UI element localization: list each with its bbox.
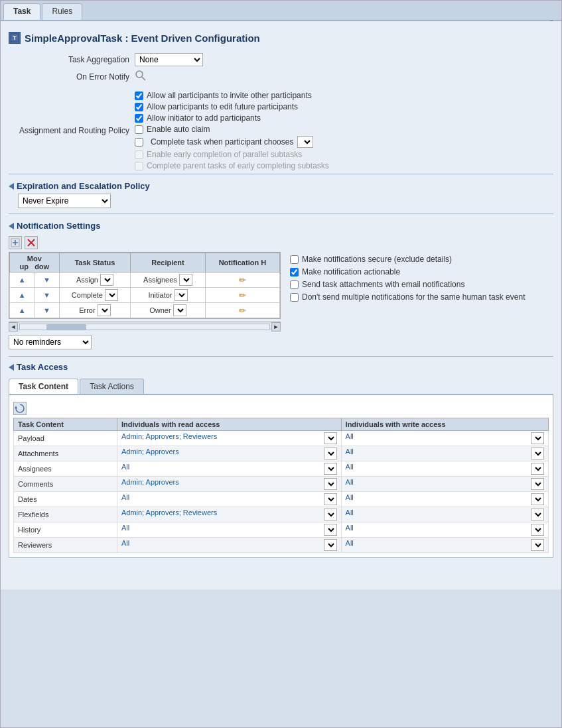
make-secure-checkbox[interactable] bbox=[290, 255, 299, 264]
row-read-select-0[interactable] bbox=[324, 432, 337, 444]
row-read-select-1[interactable] bbox=[324, 448, 337, 459]
row-write-label-6: All bbox=[346, 524, 354, 532]
row1-status-select[interactable] bbox=[100, 274, 113, 286]
allow-edit-future-label: Allow participants to edit future partic… bbox=[147, 102, 298, 111]
row-write-select-2[interactable] bbox=[531, 463, 544, 475]
row1-up: ▲ bbox=[10, 273, 35, 288]
row3-recipient-select[interactable] bbox=[173, 304, 186, 316]
make-actionable-checkbox[interactable] bbox=[290, 268, 299, 276]
row-read-label-7: All bbox=[121, 539, 129, 547]
row1-down: ▼ bbox=[35, 273, 59, 288]
scroll-left-button[interactable]: ◄ bbox=[9, 322, 18, 332]
allow-invite-label: Allow all participants to invite other p… bbox=[147, 91, 312, 100]
row-read-select-3[interactable] bbox=[324, 478, 337, 490]
table-row: Reviewers All All bbox=[14, 538, 549, 553]
row-read-2: All bbox=[117, 461, 341, 477]
row2-status-label: Complete bbox=[72, 291, 103, 299]
notification-delete-button[interactable] bbox=[25, 236, 38, 249]
row-read-3: Admin; Approvers bbox=[117, 477, 341, 492]
tab-task-content[interactable]: Task Content bbox=[9, 379, 78, 394]
table-row: Attachments Admin; Approvers All bbox=[14, 446, 549, 461]
row2-move-up-button[interactable]: ▲ bbox=[18, 291, 27, 299]
row1-recipient-label: Assignees bbox=[143, 276, 177, 284]
no-multiple-notif-checkbox[interactable] bbox=[290, 293, 299, 302]
th-read-access: Individuals with read access bbox=[117, 418, 341, 431]
row-read-label-1: Admin; Approvers bbox=[121, 448, 179, 455]
enable-auto-claim-label: Enable auto claim bbox=[147, 125, 210, 134]
th-notification-h: Notification H bbox=[205, 253, 279, 273]
enable-auto-claim-checkbox[interactable] bbox=[135, 125, 143, 134]
table-row: ▲ ▼ Complete Initiator bbox=[10, 288, 280, 303]
row2-recipient-label: Initiator bbox=[148, 291, 172, 299]
task-aggregation-select[interactable]: None Once per task Once per user bbox=[135, 53, 203, 66]
allow-invite-checkbox[interactable] bbox=[135, 91, 143, 100]
allow-initiator-row: Allow initiator to add participants bbox=[135, 113, 329, 123]
row-read-6: All bbox=[117, 522, 341, 538]
complete-task-when-checkbox[interactable] bbox=[135, 138, 143, 147]
reminders-select[interactable]: No reminders One reminder Multiple remin… bbox=[9, 335, 92, 349]
row-write-select-4[interactable] bbox=[531, 493, 544, 505]
row-write-6: All bbox=[341, 522, 548, 538]
row3-move-up-button[interactable]: ▲ bbox=[18, 306, 27, 314]
row-write-select-7[interactable] bbox=[531, 539, 544, 551]
table-row: ▲ ▼ Error Owner bbox=[10, 303, 280, 318]
enable-early-completion-checkbox[interactable] bbox=[135, 151, 143, 159]
row-write-select-6[interactable] bbox=[531, 524, 544, 536]
row-write-select-0[interactable] bbox=[531, 432, 544, 444]
row-write-3: All bbox=[341, 477, 548, 492]
make-actionable-label: Make notification actionable bbox=[302, 267, 400, 276]
access-table: Task Content Individuals with read acces… bbox=[13, 418, 549, 553]
allow-edit-future-checkbox[interactable] bbox=[135, 103, 143, 111]
complete-task-when-row: Complete task when participant chooses bbox=[135, 136, 329, 148]
assignment-routing-label: Assignment and Routing Policy bbox=[15, 126, 135, 135]
tab-task[interactable]: Task bbox=[3, 3, 40, 20]
send-attachments-checkbox[interactable] bbox=[290, 280, 299, 289]
row3-status-select[interactable] bbox=[98, 304, 111, 316]
row-write-label-7: All bbox=[346, 539, 354, 547]
row-write-select-3[interactable] bbox=[531, 478, 544, 490]
tab-rules[interactable]: Rules bbox=[42, 3, 82, 20]
row3-down: ▼ bbox=[35, 303, 59, 318]
row1-recipient-select[interactable] bbox=[179, 274, 192, 286]
table-row: Flexfields Admin; Approvers; Reviewers A… bbox=[14, 507, 549, 522]
row-read-label-2: All bbox=[121, 463, 129, 471]
enable-early-completion-row: Enable early completion of parallel subt… bbox=[135, 150, 329, 159]
expiration-row: Never Expire Expire After Use Expiration… bbox=[9, 194, 553, 208]
row-read-select-7[interactable] bbox=[324, 539, 337, 551]
row-read-5: Admin; Approvers; Reviewers bbox=[117, 507, 341, 522]
on-error-search-button[interactable] bbox=[135, 70, 147, 84]
row2-move-down-button[interactable]: ▼ bbox=[42, 291, 51, 299]
title-icon: T bbox=[9, 32, 21, 44]
row2-status-select[interactable] bbox=[105, 289, 118, 301]
never-expire-select[interactable]: Never Expire Expire After Use Expiration… bbox=[18, 194, 111, 208]
row-read-select-2[interactable] bbox=[324, 463, 337, 475]
tab-task-actions[interactable]: Task Actions bbox=[80, 379, 144, 394]
row3-move-down-button[interactable]: ▼ bbox=[42, 306, 51, 314]
access-refresh-button[interactable] bbox=[13, 402, 27, 415]
notification-add-button[interactable] bbox=[9, 236, 22, 249]
row1-move-down-button[interactable]: ▼ bbox=[42, 276, 51, 284]
scroll-track[interactable] bbox=[19, 324, 270, 330]
notification-container: Movup dow Task Status Recipient Notifica… bbox=[9, 252, 553, 331]
row3-edit-button[interactable]: ✏ bbox=[238, 306, 247, 316]
complete-parent-checkbox[interactable] bbox=[135, 162, 143, 170]
row-write-select-1[interactable] bbox=[531, 448, 544, 459]
allow-invite-row: Allow all participants to invite other p… bbox=[135, 91, 329, 100]
row-read-select-5[interactable] bbox=[324, 509, 337, 520]
row1-edit: ✏ bbox=[205, 273, 279, 288]
row1-move-up-button[interactable]: ▲ bbox=[18, 276, 27, 284]
allow-initiator-checkbox[interactable] bbox=[135, 114, 143, 123]
row-read-select-4[interactable] bbox=[324, 493, 337, 505]
task-aggregation-control: None Once per task Once per user bbox=[135, 53, 203, 66]
complete-task-when-select[interactable] bbox=[297, 136, 313, 148]
row1-edit-button[interactable]: ✏ bbox=[238, 275, 247, 285]
row-write-7: All bbox=[341, 538, 548, 553]
row-write-select-5[interactable] bbox=[531, 509, 544, 520]
row2-edit-button[interactable]: ✏ bbox=[238, 290, 247, 300]
scroll-right-button[interactable]: ► bbox=[271, 322, 281, 332]
allow-edit-future-row: Allow participants to edit future partic… bbox=[135, 102, 329, 111]
row2-recipient-select[interactable] bbox=[175, 289, 188, 301]
row-read-select-6[interactable] bbox=[324, 524, 337, 536]
svg-line-3 bbox=[142, 77, 145, 80]
access-table-container: Task Content Individuals with read acces… bbox=[9, 394, 553, 558]
